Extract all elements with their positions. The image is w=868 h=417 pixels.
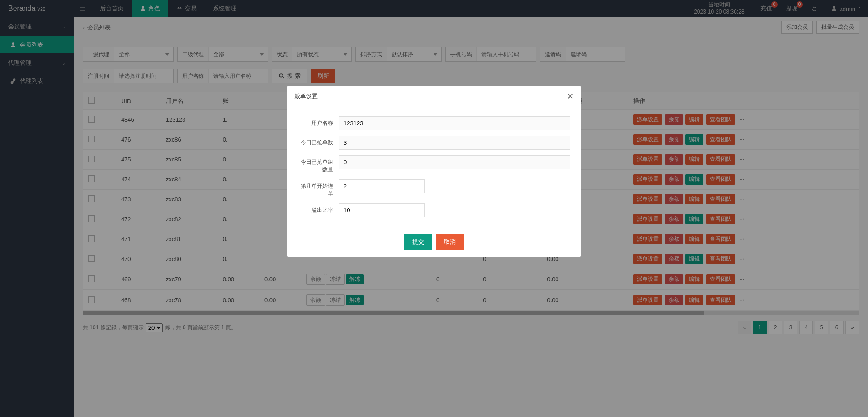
modal-overlay[interactable]: 派单设置 ✕ 用户名称 今日已抢单数 今日已抢单组数量 第几单开始连单 溢出比率 — [0, 0, 868, 17]
